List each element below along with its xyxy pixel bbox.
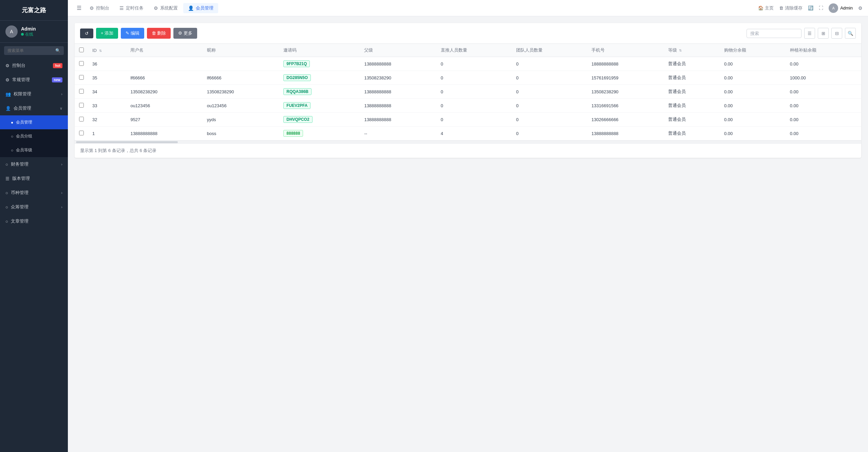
search-input[interactable]	[7, 48, 53, 53]
scroll-thumb[interactable]	[76, 141, 178, 143]
cell-parent: 13888888888	[360, 99, 436, 113]
hamburger-button[interactable]: ☰	[73, 5, 85, 11]
sidebar-search[interactable]: 🔍	[4, 46, 64, 55]
topnav: ☰ ⚙ 控制台 ☰ 定时任务 ⚙ 系统配置 👤 会员管理 🏠 主页	[68, 0, 868, 16]
cell-shopping-balance: 0.00	[720, 99, 786, 113]
cell-direct-count: 4	[437, 127, 512, 140]
search-box[interactable]	[747, 29, 801, 38]
circle-icon: ○	[11, 148, 13, 153]
more-button[interactable]: ⚙ 更多	[173, 28, 197, 39]
list-view-button[interactable]: ☰	[804, 28, 815, 39]
tab-members[interactable]: 👤 会员管理	[183, 3, 218, 13]
home-icon: 🏠	[758, 5, 763, 11]
table-body: 36 9FP7B21Q 13888888888 0 0 18888888888 …	[75, 57, 861, 140]
search-input[interactable]	[750, 31, 798, 36]
refresh-button[interactable]: 🔄	[808, 5, 813, 11]
cell-level: 普通会员	[664, 57, 720, 71]
row-checkbox[interactable]	[79, 61, 84, 66]
sidebar-item-members-group[interactable]: 👤 会员管理 ∨	[0, 101, 68, 115]
circle-icon: ○	[11, 134, 13, 139]
edit-button[interactable]: ✎ 编辑	[121, 28, 144, 39]
tab-label: 控制台	[96, 5, 109, 11]
sidebar-item-version[interactable]: ☰ 版本管理	[0, 171, 68, 186]
row-checkbox[interactable]	[79, 103, 84, 108]
sidebar-item-member-group[interactable]: ○ 会员分组	[0, 129, 68, 143]
refresh-icon: 🔄	[808, 5, 813, 11]
filter-button[interactable]: ⊟	[831, 28, 842, 39]
settings-icon[interactable]: ⚙	[858, 5, 863, 11]
cell-phone: 13888888888	[587, 127, 664, 140]
row-checkbox-cell[interactable]	[75, 113, 88, 127]
chevron-right-icon: ›	[61, 162, 62, 166]
col-team-count: 团队人员数量	[512, 44, 587, 57]
row-checkbox-cell[interactable]	[75, 99, 88, 113]
horizontal-scrollbar[interactable]	[75, 140, 861, 143]
row-checkbox-cell[interactable]	[75, 85, 88, 99]
col-phone: 手机号	[587, 44, 664, 57]
delete-button[interactable]: 🗑 删除	[147, 28, 171, 39]
tab-sysconfig[interactable]: ⚙ 系统配置	[149, 3, 183, 13]
sidebar-item-permissions[interactable]: 👥 权限管理 ›	[0, 87, 68, 101]
toolbar-right: ☰ ⊞ ⊟ 🔍	[747, 28, 856, 39]
admin-profile[interactable]: A Admin	[829, 3, 853, 13]
tab-dashboard[interactable]: ⚙ 控制台	[85, 3, 114, 13]
grid-view-button[interactable]: ⊞	[818, 28, 829, 39]
cell-phone: 13508238290	[587, 85, 664, 99]
sidebar-item-currency[interactable]: ○ 币种管理 ›	[0, 186, 68, 200]
search-button[interactable]: 🔍	[845, 28, 856, 39]
cell-shopping-balance: 0.00	[720, 85, 786, 99]
row-checkbox[interactable]	[79, 75, 84, 80]
home-link[interactable]: 🏠 主页	[758, 5, 774, 11]
sysconfig-tab-icon: ⚙	[154, 5, 158, 11]
chevron-down-icon: ∨	[60, 106, 62, 111]
col-level[interactable]: 等级 ⇅	[664, 44, 720, 57]
select-all-checkbox[interactable]	[79, 48, 84, 52]
sidebar-item-label: 会员等级	[16, 147, 32, 153]
row-checkbox[interactable]	[79, 89, 84, 94]
cell-nickname: 13508238290	[203, 85, 279, 99]
sidebar-item-member-manage[interactable]: ● 会员管理	[0, 115, 68, 129]
cell-direct-count: 0	[437, 99, 512, 113]
add-button[interactable]: + 添加	[96, 28, 118, 39]
cell-level: 普通会员	[664, 71, 720, 85]
chevron-right-icon: ›	[61, 92, 62, 96]
sidebar-item-general[interactable]: ⚙ 常规管理 new	[0, 73, 68, 87]
members-tab-icon: 👤	[188, 5, 194, 11]
cell-team-count: 0	[512, 71, 587, 85]
table-header: ID ⇅ 用户名 昵称 邀请码 父级 直推人员数量 团队人员数量 手机号 等级	[75, 44, 861, 57]
sidebar-item-finance[interactable]: ○ 财务管理 ›	[0, 157, 68, 171]
sidebar-item-crowdfund[interactable]: ○ 众筹管理 ›	[0, 200, 68, 214]
cell-parent: 13888888888	[360, 57, 436, 71]
finance-icon: ○	[5, 162, 8, 167]
cell-level: 普通会员	[664, 99, 720, 113]
cell-phone: 13026666666	[587, 113, 664, 127]
invite-code-badge: 9FP7B21Q	[283, 60, 310, 67]
tab-scheduled[interactable]: ☰ 定时任务	[115, 3, 148, 13]
fullscreen-button[interactable]: ⛶	[819, 5, 823, 11]
cell-plant-subsidy: 1000.00	[786, 71, 861, 85]
cell-username: 13508238290	[126, 85, 203, 99]
cell-team-count: 0	[512, 127, 587, 140]
row-checkbox-cell[interactable]	[75, 127, 88, 140]
sidebar-item-dashboard[interactable]: ⚙ 控制台 hot	[0, 58, 68, 73]
cell-parent: 13888888888	[360, 113, 436, 127]
row-checkbox[interactable]	[79, 131, 84, 135]
tab-label: 会员管理	[196, 5, 213, 11]
cell-username: ou123456	[126, 99, 203, 113]
sidebar-item-label: 文章管理	[11, 218, 29, 224]
sidebar-item-article[interactable]: ○ 文章管理	[0, 214, 68, 228]
search-icon: 🔍	[55, 48, 60, 53]
sidebar-item-member-level[interactable]: ○ 会员等级	[0, 143, 68, 157]
row-checkbox-cell[interactable]	[75, 71, 88, 85]
col-id[interactable]: ID ⇅	[88, 44, 126, 57]
clear-cache-button[interactable]: 🗑 清除缓存	[779, 5, 803, 11]
cell-invite-code: 888888	[279, 127, 360, 140]
sidebar-item-label: 众筹管理	[11, 204, 29, 210]
refresh-button[interactable]: ↺	[80, 29, 93, 38]
table-row: 35 lf66666 lf66666 DG285N5O 13508238290 …	[75, 71, 861, 85]
row-checkbox[interactable]	[79, 117, 84, 121]
cell-team-count: 0	[512, 99, 587, 113]
row-checkbox-cell[interactable]	[75, 57, 88, 71]
select-all-header[interactable]	[75, 44, 88, 57]
tab-label: 系统配置	[160, 5, 178, 11]
